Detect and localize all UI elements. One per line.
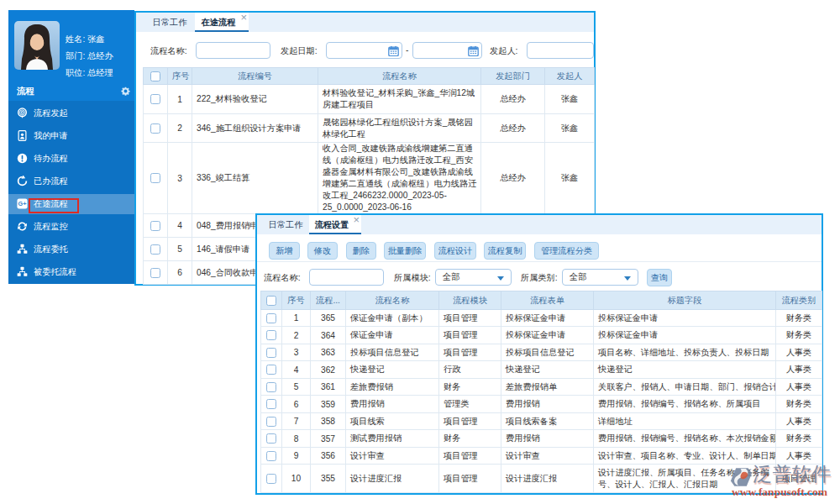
svg-text:G+: G+ [18, 200, 27, 207]
